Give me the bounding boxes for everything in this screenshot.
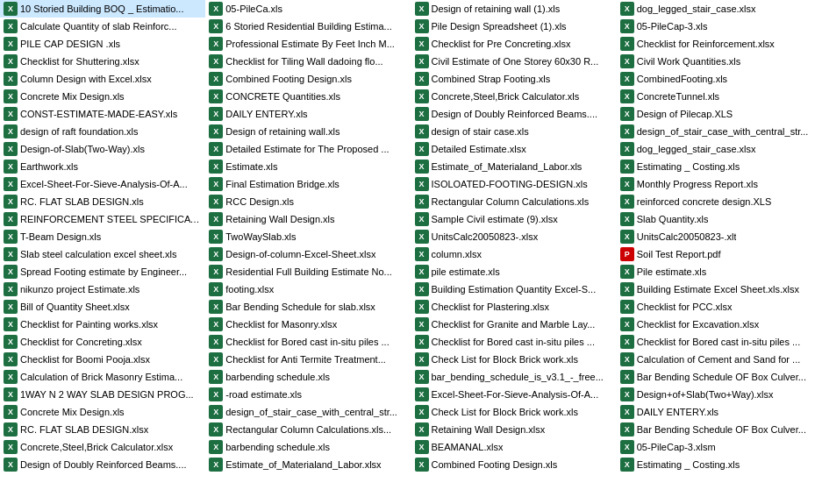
list-item[interactable]: X Monthly Progress Report.xls [617, 175, 822, 193]
list-item[interactable]: X PILE CAP DESIGN .xls [0, 35, 205, 53]
list-item[interactable]: X Combined Strap Footing.xls [411, 70, 617, 88]
list-item[interactable]: X Concrete Mix Design.xls [0, 403, 205, 421]
list-item[interactable]: X Design of retaining wall (1).xls [411, 0, 617, 18]
list-item[interactable]: X nikunzo project Estimate.xls [0, 280, 205, 298]
list-item[interactable]: X Residential Full Building Estimate No.… [205, 263, 411, 280]
list-item[interactable]: X Calculation of Brick Masonry Estima... [0, 368, 205, 386]
list-item[interactable]: X Checklist for Shuttering.xlsx [0, 53, 205, 70]
list-item[interactable]: X bar_bending_schedule_is_v3.1_-_free... [411, 368, 617, 386]
list-item[interactable]: X Design-of-column-Excel-Sheet.xlsx [205, 245, 411, 263]
list-item[interactable]: X Checklist for Granite and Marble Lay..… [411, 316, 617, 333]
list-item[interactable]: X footing.xlsx [205, 280, 411, 298]
list-item[interactable]: X UnitsCalc20050823-.xlt [617, 228, 822, 245]
list-item[interactable]: X barbending schedule.xls [205, 368, 411, 386]
list-item[interactable]: X Checklist for Reinforcement.xlsx [617, 35, 822, 53]
list-item[interactable]: X dog_legged_stair_case.xlsx [617, 0, 822, 18]
list-item[interactable]: X Concrete,Steel,Brick Calculator.xlsx [0, 438, 205, 456]
list-item[interactable]: X Checklist for Plastering.xlsx [411, 298, 617, 316]
list-item[interactable]: X RCC Design.xls [205, 193, 411, 210]
list-item[interactable]: X REINFORCEMENT STEEL SPECIFICAT... [0, 210, 205, 228]
list-item[interactable]: X Checklist for Painting works.xlsx [0, 316, 205, 333]
list-item[interactable]: X Design of Doubly Reinforced Beams.... [411, 105, 617, 123]
list-item[interactable]: X CombinedFooting.xls [617, 70, 822, 88]
list-item[interactable]: X ISOLOATED-FOOTING-DESIGN.xls [411, 175, 617, 193]
list-item[interactable]: X Estimate.xls [205, 158, 411, 175]
list-item[interactable]: X Design of Doubly Reinforced Beams.... [0, 456, 205, 473]
list-item[interactable]: X DAILY ENTERY.xls [205, 105, 411, 123]
list-item[interactable]: P Soil Test Report.pdf [617, 245, 822, 263]
list-item[interactable]: X Rectangular Column Calculations.xls [411, 193, 617, 210]
list-item[interactable]: X 05-PileCa.xls [205, 0, 411, 18]
list-item[interactable]: X Check List for Block Brick work.xls [411, 403, 617, 421]
list-item[interactable]: X Design of retaining wall.xls [205, 123, 411, 140]
list-item[interactable]: X Checklist for Bored cast in-situ piles… [617, 333, 822, 351]
list-item[interactable]: X Design of Pilecap.XLS [617, 105, 822, 123]
list-item[interactable]: X UnitsCalc20050823-.xlsx [411, 228, 617, 245]
list-item[interactable]: X Final Estimation Bridge.xls [205, 175, 411, 193]
list-item[interactable]: X Building Estimate Excel Sheet.xls.xlsx [617, 280, 822, 298]
list-item[interactable]: X Pile estimate.xls [617, 263, 822, 280]
list-item[interactable]: X BEAMANAL.xlsx [411, 438, 617, 456]
list-item[interactable]: X 1WAY N 2 WAY SLAB DESIGN PROG... [0, 386, 205, 403]
list-item[interactable]: X Concrete Mix Design.xls [0, 88, 205, 105]
list-item[interactable]: X Bar Bending Schedule OF Box Culver... [617, 368, 822, 386]
list-item[interactable]: X Earthwork.xls [0, 158, 205, 175]
list-item[interactable]: X Bar Bending Schedule OF Box Culver... [617, 421, 822, 438]
list-item[interactable]: X Civil Estimate of One Storey 60x30 R..… [411, 53, 617, 70]
list-item[interactable]: X 05-PileCap-3.xls [617, 18, 822, 35]
list-item[interactable]: X Bar Bending Schedule for slab.xlsx [205, 298, 411, 316]
list-item[interactable]: X Sample Civil estimate (9).xlsx [411, 210, 617, 228]
list-item[interactable]: X Rectangular Column Calculations.xls... [205, 421, 411, 438]
list-item[interactable]: X reinforced concrete design.XLS [617, 193, 822, 210]
list-item[interactable]: X ConcreteTunnel.xls [617, 88, 822, 105]
list-item[interactable]: X 05-PileCap-3.xlsm [617, 438, 822, 456]
list-item[interactable]: X Spread Footing estimate by Engineer... [0, 263, 205, 280]
list-item[interactable]: X Detailed Estimate for The Proposed ... [205, 140, 411, 158]
list-item[interactable]: X Checklist for Bored cast in-situ piles… [411, 333, 617, 351]
list-item[interactable]: X Estimate_of_Materialand_Labor.xls [411, 158, 617, 175]
list-item[interactable]: X Checklist for Anti Termite Treatment..… [205, 351, 411, 368]
list-item[interactable]: X Excel-Sheet-For-Sieve-Analysis-Of-A... [411, 386, 617, 403]
list-item[interactable]: X Checklist for Masonry.xlsx [205, 316, 411, 333]
list-item[interactable]: X design_of_stair_case_with_central_str.… [205, 403, 411, 421]
list-item[interactable]: X Calculate Quantity of slab Reinforc... [0, 18, 205, 35]
list-item[interactable]: X column.xlsx [411, 245, 617, 263]
list-item[interactable]: X Checklist for Boomi Pooja.xlsx [0, 351, 205, 368]
list-item[interactable]: X Checklist for Pre Concreting.xlsx [411, 35, 617, 53]
list-item[interactable]: X dog_legged_stair_case.xlsx [617, 140, 822, 158]
list-item[interactable]: X RC. FLAT SLAB DESIGN.xlsx [0, 421, 205, 438]
list-item[interactable]: X Checklist for PCC.xlsx [617, 298, 822, 316]
list-item[interactable]: X Civil Work Quantities.xls [617, 53, 822, 70]
list-item[interactable]: X design_of_stair_case_with_central_str.… [617, 123, 822, 140]
list-item[interactable]: X Slab steel calculation excel sheet.xls [0, 245, 205, 263]
list-item[interactable]: X Design+of+Slab(Two+Way).xlsx [617, 386, 822, 403]
list-item[interactable]: X Retaining Wall Design.xlsx [411, 421, 617, 438]
list-item[interactable]: X Column Design with Excel.xlsx [0, 70, 205, 88]
list-item[interactable]: X RC. FLAT SLAB DESIGN.xls [0, 193, 205, 210]
list-item[interactable]: X Estimating _ Costing.xls [617, 158, 822, 175]
list-item[interactable]: X Pile Design Spreadsheet (1).xls [411, 18, 617, 35]
list-item[interactable]: X Design-of-Slab(Two-Way).xls [0, 140, 205, 158]
list-item[interactable]: X pile estimate.xls [411, 263, 617, 280]
list-item[interactable]: X Calculation of Cement and Sand for ... [617, 351, 822, 368]
list-item[interactable]: X Checklist for Excavation.xlsx [617, 316, 822, 333]
list-item[interactable]: X Combined Footing Design.xls [205, 70, 411, 88]
list-item[interactable]: X DAILY ENTERY.xls [617, 403, 822, 421]
list-item[interactable]: X Detailed Estimate.xlsx [411, 140, 617, 158]
list-item[interactable]: X Excel-Sheet-For-Sieve-Analysis-Of-A... [0, 175, 205, 193]
list-item[interactable]: X Checklist for Tiling Wall dadoing flo.… [205, 53, 411, 70]
list-item[interactable]: X Concrete,Steel,Brick Calculator.xls [411, 88, 617, 105]
list-item[interactable]: X Professional Estimate By Feet Inch M..… [205, 35, 411, 53]
list-item[interactable]: X design of raft foundation.xls [0, 123, 205, 140]
list-item[interactable]: X design of stair case.xls [411, 123, 617, 140]
list-item[interactable]: X -road estimate.xls [205, 386, 411, 403]
list-item[interactable]: X 10 Storied Building BOQ _ Estimatio... [0, 0, 205, 18]
list-item[interactable]: X barbending schedule.xls [205, 438, 411, 456]
list-item[interactable]: X CONCRETE Quantities.xls [205, 88, 411, 105]
list-item[interactable]: X Combined Footing Design.xls [411, 456, 617, 473]
list-item[interactable]: X CONST-ESTIMATE-MADE-EASY.xls [0, 105, 205, 123]
list-item[interactable]: X Checklist for Concreting.xlsx [0, 333, 205, 351]
list-item[interactable]: X Retaining Wall Design.xls [205, 210, 411, 228]
list-item[interactable]: X Building Estimation Quantity Excel-S..… [411, 280, 617, 298]
list-item[interactable]: X T-Beam Design.xls [0, 228, 205, 245]
